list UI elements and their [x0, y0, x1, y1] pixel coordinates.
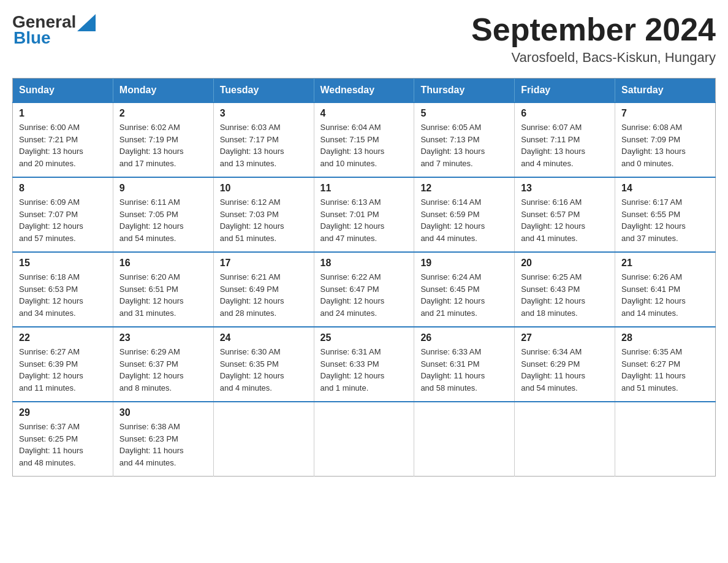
days-of-week-row: SundayMondayTuesdayWednesdayThursdayFrid… [13, 79, 716, 103]
svg-marker-0 [77, 14, 96, 31]
day-info: Sunrise: 6:07 AM Sunset: 7:11 PM Dayligh… [521, 121, 609, 169]
day-number: 3 [220, 108, 308, 119]
day-info: Sunrise: 6:02 AM Sunset: 7:19 PM Dayligh… [119, 121, 207, 169]
calendar-header: SundayMondayTuesdayWednesdayThursdayFrid… [13, 79, 716, 103]
calendar-cell: 14 Sunrise: 6:17 AM Sunset: 6:55 PM Dayl… [615, 177, 716, 252]
calendar-cell [314, 402, 414, 477]
calendar-cell: 29 Sunrise: 6:37 AM Sunset: 6:25 PM Dayl… [13, 402, 113, 477]
calendar-cell: 7 Sunrise: 6:08 AM Sunset: 7:09 PM Dayli… [615, 102, 716, 177]
day-info: Sunrise: 6:29 AM Sunset: 6:37 PM Dayligh… [119, 346, 207, 394]
week-row-4: 22 Sunrise: 6:27 AM Sunset: 6:39 PM Dayl… [13, 327, 716, 402]
day-number: 6 [521, 108, 609, 119]
day-number: 4 [320, 108, 408, 119]
calendar-cell: 2 Sunrise: 6:02 AM Sunset: 7:19 PM Dayli… [113, 102, 213, 177]
day-number: 8 [19, 183, 107, 194]
calendar-cell: 9 Sunrise: 6:11 AM Sunset: 7:05 PM Dayli… [113, 177, 213, 252]
location: Varosfoeld, Bacs-Kiskun, Hungary [471, 50, 716, 66]
day-of-week-monday: Monday [113, 79, 213, 103]
day-number: 9 [119, 183, 207, 194]
day-number: 27 [521, 332, 609, 343]
calendar-cell: 21 Sunrise: 6:26 AM Sunset: 6:41 PM Dayl… [615, 252, 716, 327]
day-of-week-thursday: Thursday [414, 79, 515, 103]
day-info: Sunrise: 6:09 AM Sunset: 7:07 PM Dayligh… [19, 196, 107, 244]
title-section: September 2024 Varosfoeld, Bacs-Kiskun, … [471, 12, 716, 66]
day-info: Sunrise: 6:14 AM Sunset: 6:59 PM Dayligh… [420, 196, 508, 244]
day-number: 2 [119, 108, 207, 119]
day-of-week-sunday: Sunday [13, 79, 113, 103]
day-number: 25 [320, 332, 408, 343]
page-header: General Blue September 2024 Varosfoeld, … [12, 12, 716, 66]
calendar-cell: 22 Sunrise: 6:27 AM Sunset: 6:39 PM Dayl… [13, 327, 113, 402]
day-info: Sunrise: 6:21 AM Sunset: 6:49 PM Dayligh… [220, 271, 308, 319]
day-number: 30 [119, 407, 207, 418]
week-row-3: 15 Sunrise: 6:18 AM Sunset: 6:53 PM Dayl… [13, 252, 716, 327]
day-info: Sunrise: 6:26 AM Sunset: 6:41 PM Dayligh… [621, 271, 709, 319]
day-info: Sunrise: 6:38 AM Sunset: 6:23 PM Dayligh… [119, 421, 207, 469]
day-number: 15 [19, 258, 107, 269]
day-info: Sunrise: 6:37 AM Sunset: 6:25 PM Dayligh… [19, 421, 107, 469]
day-info: Sunrise: 6:27 AM Sunset: 6:39 PM Dayligh… [19, 346, 107, 394]
day-number: 11 [320, 183, 408, 194]
day-number: 26 [420, 332, 508, 343]
calendar-cell: 8 Sunrise: 6:09 AM Sunset: 7:07 PM Dayli… [13, 177, 113, 252]
logo-icon [77, 14, 96, 31]
calendar-cell: 16 Sunrise: 6:20 AM Sunset: 6:51 PM Dayl… [113, 252, 213, 327]
day-of-week-friday: Friday [515, 79, 615, 103]
calendar-cell: 19 Sunrise: 6:24 AM Sunset: 6:45 PM Dayl… [414, 252, 515, 327]
calendar-cell: 17 Sunrise: 6:21 AM Sunset: 6:49 PM Dayl… [213, 252, 314, 327]
week-row-1: 1 Sunrise: 6:00 AM Sunset: 7:21 PM Dayli… [13, 102, 716, 177]
calendar-cell [213, 402, 314, 477]
day-info: Sunrise: 6:31 AM Sunset: 6:33 PM Dayligh… [320, 346, 408, 394]
calendar-cell: 6 Sunrise: 6:07 AM Sunset: 7:11 PM Dayli… [515, 102, 615, 177]
day-number: 5 [420, 108, 508, 119]
day-number: 16 [119, 258, 207, 269]
calendar-cell: 18 Sunrise: 6:22 AM Sunset: 6:47 PM Dayl… [314, 252, 414, 327]
calendar-cell: 4 Sunrise: 6:04 AM Sunset: 7:15 PM Dayli… [314, 102, 414, 177]
day-info: Sunrise: 6:05 AM Sunset: 7:13 PM Dayligh… [420, 121, 508, 169]
day-info: Sunrise: 6:20 AM Sunset: 6:51 PM Dayligh… [119, 271, 207, 319]
day-info: Sunrise: 6:33 AM Sunset: 6:31 PM Dayligh… [420, 346, 508, 394]
day-number: 17 [220, 258, 308, 269]
calendar-table: SundayMondayTuesdayWednesdayThursdayFrid… [12, 78, 716, 477]
day-info: Sunrise: 6:30 AM Sunset: 6:35 PM Dayligh… [220, 346, 308, 394]
day-number: 23 [119, 332, 207, 343]
day-of-week-saturday: Saturday [615, 79, 716, 103]
day-info: Sunrise: 6:24 AM Sunset: 6:45 PM Dayligh… [420, 271, 508, 319]
day-number: 7 [621, 108, 709, 119]
logo: General Blue [12, 12, 96, 48]
calendar-cell [414, 402, 515, 477]
day-number: 13 [521, 183, 609, 194]
day-info: Sunrise: 6:03 AM Sunset: 7:17 PM Dayligh… [220, 121, 308, 169]
calendar-cell: 5 Sunrise: 6:05 AM Sunset: 7:13 PM Dayli… [414, 102, 515, 177]
day-number: 1 [19, 108, 107, 119]
day-number: 20 [521, 258, 609, 269]
day-number: 22 [19, 332, 107, 343]
day-info: Sunrise: 6:04 AM Sunset: 7:15 PM Dayligh… [320, 121, 408, 169]
calendar-cell: 3 Sunrise: 6:03 AM Sunset: 7:17 PM Dayli… [213, 102, 314, 177]
calendar-cell: 10 Sunrise: 6:12 AM Sunset: 7:03 PM Dayl… [213, 177, 314, 252]
day-info: Sunrise: 6:35 AM Sunset: 6:27 PM Dayligh… [621, 346, 709, 394]
day-number: 14 [621, 183, 709, 194]
day-of-week-tuesday: Tuesday [213, 79, 314, 103]
day-number: 24 [220, 332, 308, 343]
day-number: 29 [19, 407, 107, 418]
day-info: Sunrise: 6:00 AM Sunset: 7:21 PM Dayligh… [19, 121, 107, 169]
calendar-cell: 13 Sunrise: 6:16 AM Sunset: 6:57 PM Dayl… [515, 177, 615, 252]
day-info: Sunrise: 6:11 AM Sunset: 7:05 PM Dayligh… [119, 196, 207, 244]
week-row-5: 29 Sunrise: 6:37 AM Sunset: 6:25 PM Dayl… [13, 402, 716, 477]
day-of-week-wednesday: Wednesday [314, 79, 414, 103]
calendar-cell [615, 402, 716, 477]
day-info: Sunrise: 6:17 AM Sunset: 6:55 PM Dayligh… [621, 196, 709, 244]
day-info: Sunrise: 6:08 AM Sunset: 7:09 PM Dayligh… [621, 121, 709, 169]
calendar-cell: 15 Sunrise: 6:18 AM Sunset: 6:53 PM Dayl… [13, 252, 113, 327]
calendar-cell: 23 Sunrise: 6:29 AM Sunset: 6:37 PM Dayl… [113, 327, 213, 402]
day-number: 12 [420, 183, 508, 194]
calendar-cell: 12 Sunrise: 6:14 AM Sunset: 6:59 PM Dayl… [414, 177, 515, 252]
day-info: Sunrise: 6:16 AM Sunset: 6:57 PM Dayligh… [521, 196, 609, 244]
day-number: 18 [320, 258, 408, 269]
calendar-cell: 1 Sunrise: 6:00 AM Sunset: 7:21 PM Dayli… [13, 102, 113, 177]
calendar-cell: 26 Sunrise: 6:33 AM Sunset: 6:31 PM Dayl… [414, 327, 515, 402]
calendar-cell [515, 402, 615, 477]
calendar-cell: 25 Sunrise: 6:31 AM Sunset: 6:33 PM Dayl… [314, 327, 414, 402]
day-info: Sunrise: 6:22 AM Sunset: 6:47 PM Dayligh… [320, 271, 408, 319]
